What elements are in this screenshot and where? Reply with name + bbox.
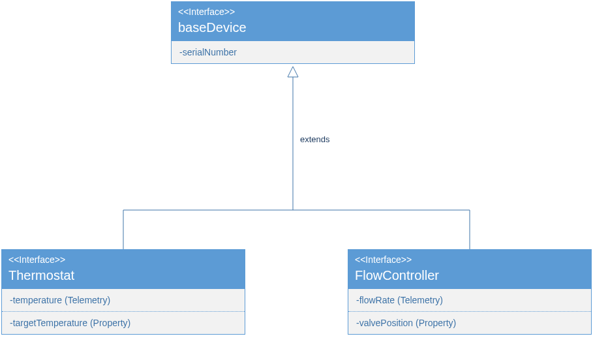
class-box-flowcontroller: <<Interface>> FlowController -flowRate (… xyxy=(348,249,592,335)
generalization-arrowhead xyxy=(288,67,298,77)
class-header: <<Interface>> FlowController xyxy=(348,250,591,289)
edge-label-extends: extends xyxy=(300,134,330,144)
class-title: Thermostat xyxy=(8,267,238,284)
class-body: -serialNumber xyxy=(172,41,414,63)
class-box-basedevice: <<Interface>> baseDevice -serialNumber xyxy=(171,1,415,64)
stereotype-label: <<Interface>> xyxy=(8,254,238,267)
attribute-row: -valvePosition (Property) xyxy=(348,312,591,334)
attribute-row: -targetTemperature (Property) xyxy=(2,312,245,334)
stereotype-label: <<Interface>> xyxy=(178,6,408,19)
class-title: baseDevice xyxy=(178,19,408,36)
class-body: -flowRate (Telemetry) -valvePosition (Pr… xyxy=(348,289,591,334)
attribute-row: -flowRate (Telemetry) xyxy=(348,289,591,311)
stereotype-label: <<Interface>> xyxy=(355,254,585,267)
attribute-row: -serialNumber xyxy=(172,41,414,63)
class-header: <<Interface>> Thermostat xyxy=(2,250,245,289)
class-title: FlowController xyxy=(355,267,585,284)
class-header: <<Interface>> baseDevice xyxy=(172,2,414,41)
class-body: -temperature (Telemetry) -targetTemperat… xyxy=(2,289,245,334)
attribute-row: -temperature (Telemetry) xyxy=(2,289,245,311)
class-box-thermostat: <<Interface>> Thermostat -temperature (T… xyxy=(1,249,245,335)
